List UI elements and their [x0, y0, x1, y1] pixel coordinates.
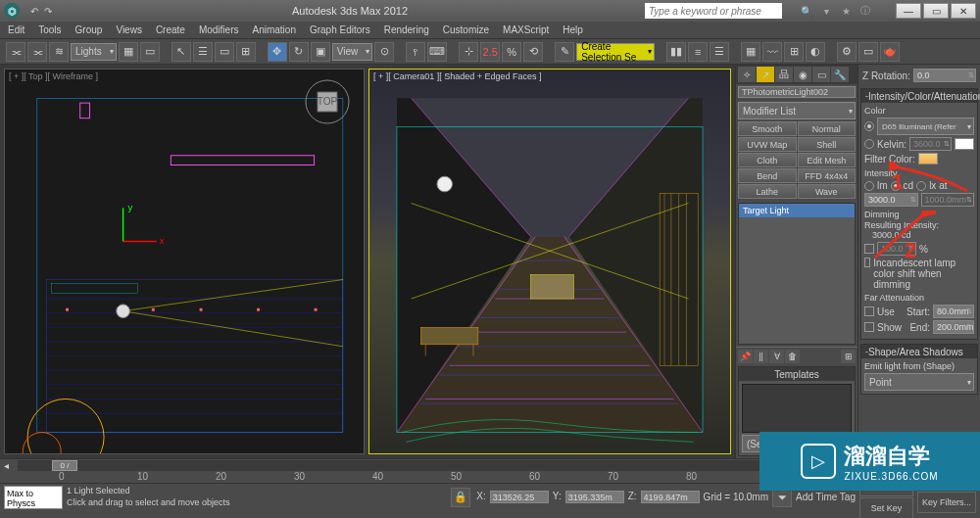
tab-create-icon[interactable]: ✧ — [738, 67, 756, 82]
menu-modifiers[interactable]: Modifiers — [199, 24, 239, 35]
menu-rendering[interactable]: Rendering — [384, 24, 429, 35]
use-center-icon[interactable]: ⊙ — [374, 42, 394, 62]
set-key-button[interactable]: Set Key — [859, 497, 913, 518]
tab-hierarchy-icon[interactable]: 品 — [775, 67, 793, 82]
keyboard-shortcut-icon[interactable]: ⌨ — [427, 42, 447, 62]
favorite-icon[interactable]: ★ — [839, 4, 853, 18]
modifier-list-dropdown[interactable]: Modifier List — [738, 102, 856, 119]
link-icon[interactable]: ⫘ — [6, 42, 25, 62]
unit-lm-radio[interactable] — [864, 181, 874, 191]
mod-shell-button[interactable]: Shell — [798, 137, 857, 152]
bind-icon[interactable]: ≋ — [49, 42, 69, 62]
rotate-icon[interactable]: ↻ — [289, 42, 309, 62]
snap-toggle-icon[interactable]: ⊹ — [459, 42, 478, 62]
atten-start-spinner[interactable]: 80.0mm — [933, 305, 974, 318]
material-editor-icon[interactable]: ◐ — [806, 42, 825, 62]
curve-editor-icon[interactable]: 〰 — [762, 42, 782, 62]
show-result-icon[interactable]: || — [754, 350, 768, 363]
menu-customize[interactable]: Customize — [443, 24, 489, 35]
named-selection-dropdown[interactable]: Create Selection Se — [576, 43, 655, 61]
tab-utilities-icon[interactable]: 🔧 — [831, 67, 849, 82]
render-frame-icon[interactable]: ▭ — [858, 42, 878, 62]
help-search-input[interactable] — [645, 3, 782, 19]
menu-create[interactable]: Create — [156, 24, 185, 35]
window-crossing-icon[interactable]: ⊞ — [236, 42, 256, 62]
layers-icon[interactable]: ☰ — [710, 42, 729, 62]
mirror-icon[interactable]: ▮▮ — [666, 42, 686, 62]
scale-icon[interactable]: ▣ — [311, 42, 330, 62]
atten-use-check[interactable] — [864, 306, 874, 316]
tab-motion-icon[interactable]: ◉ — [794, 67, 811, 82]
menu-grapheditors[interactable]: Graph Editors — [310, 24, 370, 35]
time-prev-icon[interactable]: ◂ — [0, 460, 12, 471]
atten-end-spinner[interactable]: 200.0mm — [933, 320, 974, 334]
viewport-camera[interactable]: [ + ][ Camera01 ][ Shaded + Edged Faces … — [368, 69, 731, 454]
redo-icon[interactable]: ↷ — [41, 6, 55, 17]
menu-edit[interactable]: Edit — [8, 24, 24, 35]
select-icon[interactable]: ↖ — [172, 42, 191, 62]
menu-maxscript[interactable]: MAXScript — [503, 24, 549, 35]
mod-normal-button[interactable]: Normal — [798, 121, 857, 136]
menu-animation[interactable]: Animation — [252, 24, 295, 35]
viewport-top-label[interactable]: [ + ][ Top ][ Wireframe ] — [9, 71, 98, 81]
render-icon[interactable]: 🫖 — [880, 42, 900, 62]
viewport-top[interactable]: [ + ][ Top ][ Wireframe ] TOP — [4, 69, 365, 454]
intensity-spinner[interactable]: 3000.0 — [864, 193, 918, 207]
info-icon[interactable]: ⓘ — [858, 4, 872, 18]
minimize-button[interactable]: — — [896, 3, 921, 19]
tab-modify-icon[interactable]: ↗ — [757, 67, 774, 82]
percent-snap-icon[interactable]: % — [502, 42, 521, 62]
align-icon[interactable]: ≡ — [688, 42, 708, 62]
viewport-camera-label[interactable]: [ + ][ Camera01 ][ Shaded + Edged Faces … — [373, 71, 542, 81]
pin-stack-icon[interactable]: 📌 — [738, 350, 753, 363]
incand-check[interactable] — [864, 258, 870, 267]
object-name-input[interactable] — [738, 86, 856, 98]
unit-cd-radio[interactable] — [891, 181, 901, 191]
angle-snap-icon[interactable]: 2.5 — [480, 42, 500, 62]
menu-tools[interactable]: Tools — [38, 24, 61, 35]
close-button[interactable]: ✕ — [951, 3, 976, 19]
search-icon[interactable]: 🔍 — [800, 4, 813, 18]
move-icon[interactable]: ✥ — [268, 42, 287, 62]
dim-pct-check[interactable] — [864, 244, 874, 254]
select-all-icon[interactable]: ▦ — [119, 42, 138, 62]
kelvin-color-swatch[interactable] — [955, 138, 974, 150]
coord-x-input[interactable] — [490, 491, 549, 503]
time-slider-thumb[interactable]: 0 / 100 — [52, 460, 77, 471]
add-time-tag-label[interactable]: Add Time Tag — [796, 492, 856, 502]
key-filters-button[interactable]: Key Filters... — [917, 492, 976, 513]
rollout-shape-head[interactable]: - Shape/Area Shadows — [861, 345, 977, 358]
mod-lathe-button[interactable]: Lathe — [738, 184, 797, 199]
mod-wave-button[interactable]: Wave — [798, 184, 857, 199]
unlink-icon[interactable]: ⫘ — [27, 42, 47, 62]
coord-y-input[interactable] — [565, 491, 624, 503]
unit-lx-radio[interactable] — [916, 181, 926, 191]
mod-ffd-button[interactable]: FFD 4x4x4 — [798, 168, 857, 183]
mod-smooth-button[interactable]: Smooth — [738, 121, 797, 136]
configure-sets-icon[interactable]: ⊞ — [841, 350, 856, 363]
select-object-icon[interactable]: ▭ — [140, 42, 160, 62]
mod-uvwmap-button[interactable]: UVW Map — [738, 137, 797, 152]
ribbon-icon[interactable]: ▦ — [741, 42, 760, 62]
help-dropdown-icon[interactable]: ▾ — [819, 4, 833, 18]
maximize-button[interactable]: ▭ — [923, 3, 949, 19]
tab-display-icon[interactable]: ▭ — [812, 67, 830, 82]
menu-help[interactable]: Help — [563, 24, 583, 35]
shape-dropdown[interactable]: Point — [864, 373, 974, 391]
render-setup-icon[interactable]: ⚙ — [837, 42, 857, 62]
filter-color-swatch[interactable] — [918, 153, 938, 165]
mod-editmesh-button[interactable]: Edit Mesh — [798, 153, 857, 167]
color-preset-dropdown[interactable]: D65 Illuminant (Refer — [877, 118, 974, 135]
select-region-icon[interactable]: ▭ — [215, 42, 234, 62]
edit-named-sel-icon[interactable]: ✎ — [555, 42, 574, 62]
make-unique-icon[interactable]: ∀ — [769, 350, 784, 363]
kelvin-radio[interactable] — [864, 139, 874, 149]
maxscript-listener[interactable]: Max to Physcs — [4, 486, 63, 509]
mod-bend-button[interactable]: Bend — [738, 168, 797, 183]
color-preset-radio[interactable] — [864, 121, 874, 131]
coord-z-input[interactable] — [641, 491, 700, 503]
viewcube[interactable]: TOP — [303, 77, 352, 126]
z-rotation-spinner[interactable]: 0.0 — [913, 69, 976, 82]
menu-views[interactable]: Views — [116, 24, 142, 35]
selection-filter-dropdown[interactable]: Lights — [71, 43, 117, 61]
